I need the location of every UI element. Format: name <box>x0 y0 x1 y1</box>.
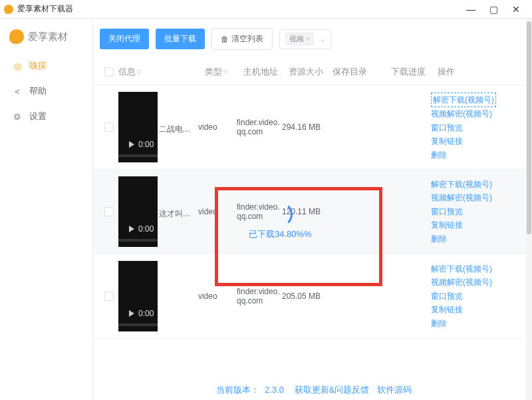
row-checkbox[interactable] <box>104 122 114 132</box>
video-thumbnail[interactable]: 0:00 <box>118 261 158 331</box>
op-video-decrypt[interactable]: 视频解密(视频号) <box>431 191 504 204</box>
table-row: 0:00 二战电影《逃兵行动》 video finder.video.qq.co… <box>93 85 532 170</box>
sort-icon: ▽ <box>223 69 228 75</box>
chevron-down-icon: ⌄ <box>320 35 325 43</box>
col-dir[interactable]: 保存目录 <box>332 66 391 78</box>
download-table: 信息▽ 类型▽ 主机地址 资源大小 保存目录 下载进度 操作 0:00 二战电影… <box>93 59 532 379</box>
table-header: 信息▽ 类型▽ 主机地址 资源大小 保存目录 下载进度 操作 <box>93 59 532 85</box>
progress-bar <box>118 323 158 326</box>
nav-sniff[interactable]: ◎ 嗅探 <box>0 53 92 79</box>
op-video-decrypt[interactable]: 视频解密(视频号) <box>431 107 504 120</box>
video-caption: 这才叫空战大片，精彩 <box>159 208 199 220</box>
row-checkbox[interactable] <box>104 292 114 301</box>
progress-bar <box>118 154 158 157</box>
select-all-checkbox[interactable] <box>104 67 114 77</box>
cell-type: video <box>198 122 237 132</box>
cell-host: finder.video.qq.com <box>237 287 282 305</box>
op-copy-link[interactable]: 复制链接 <box>431 303 504 316</box>
footer-update-link[interactable]: 获取更新&问题反馈 <box>295 385 370 395</box>
cell-ops: 解密下载(视频号) 视频解密(视频号) 窗口预览 复制链接 删除 <box>431 262 504 330</box>
cell-type: video <box>198 292 237 301</box>
op-decrypt-download[interactable]: 解密下载(视频号) <box>431 178 504 191</box>
window-title: 爱享素材下载器 <box>17 3 464 15</box>
cell-size: 120.11 MB <box>282 207 326 216</box>
table-row: 0:00 这才叫空战大片，精彩 video finder.video.qq.co… <box>93 170 532 254</box>
col-host[interactable]: 主机地址 <box>243 66 289 78</box>
titlebar: 爱享素材下载器 — ▢ ✕ <box>0 0 532 19</box>
brand-icon <box>9 29 24 44</box>
play-icon <box>129 310 134 317</box>
play-icon <box>129 141 134 148</box>
op-window-preview[interactable]: 窗口预览 <box>431 205 504 218</box>
maximize-button[interactable]: ▢ <box>487 3 500 16</box>
col-info[interactable]: 信息▽ <box>118 66 205 78</box>
close-proxy-button[interactable]: 关闭代理 <box>100 29 149 49</box>
nav-help[interactable]: < 帮助 <box>0 79 92 104</box>
video-thumbnail[interactable]: 0:00 <box>118 176 158 247</box>
main: 关闭代理 批量下载 🗑 清空列表 视频 × ⌄ 信息▽ 类型▽ 主机地址 资源大… <box>93 19 532 400</box>
minimize-button[interactable]: — <box>464 3 477 16</box>
op-decrypt-download[interactable]: 解密下载(视频号) <box>431 93 496 107</box>
table-row: 0:00 video finder.video.qq.com 205.05 MB… <box>93 254 532 339</box>
cell-host: finder.video.qq.com <box>237 202 282 221</box>
thumb-time: 0:00 <box>138 224 154 234</box>
video-thumbnail[interactable]: 0:00 <box>118 92 158 162</box>
nav-settings-label: 设置 <box>29 110 47 122</box>
video-caption: 二战电影《逃兵行动》 <box>159 124 199 135</box>
thumb-time: 0:00 <box>138 309 154 318</box>
nav-help-label: 帮助 <box>29 85 47 97</box>
op-delete[interactable]: 删除 <box>431 317 504 330</box>
op-video-decrypt[interactable]: 视频解密(视频号) <box>431 276 504 289</box>
close-button[interactable]: ✕ <box>509 3 523 16</box>
op-window-preview[interactable]: 窗口预览 <box>431 121 504 134</box>
progress-bar <box>118 239 158 242</box>
op-delete[interactable]: 删除 <box>431 232 504 246</box>
play-icon <box>129 226 134 232</box>
row-checkbox[interactable] <box>104 207 114 216</box>
footer-source-link[interactable]: 软件源码 <box>377 385 412 395</box>
cell-ops: 解密下载(视频号) 视频解密(视频号) 窗口预览 复制链接 删除 <box>431 93 504 162</box>
window-controls: — ▢ ✕ <box>464 3 528 16</box>
op-window-preview[interactable]: 窗口预览 <box>431 290 504 303</box>
trash-icon: 🗑 <box>221 35 229 44</box>
chip-remove-icon[interactable]: × <box>306 35 310 43</box>
col-type[interactable]: 类型▽ <box>205 66 243 78</box>
sidebar: 爱享素材 ◎ 嗅探 < 帮助 ⚙ 设置 <box>0 19 93 400</box>
batch-download-button[interactable]: 批量下载 <box>156 29 205 49</box>
cell-type: video <box>198 207 237 216</box>
op-decrypt-download[interactable]: 解密下载(视频号) <box>431 262 504 276</box>
sort-icon: ▽ <box>137 69 142 75</box>
cell-size: 205.05 MB <box>282 292 326 301</box>
cell-ops: 解密下载(视频号) 视频解密(视频号) 窗口预览 复制链接 删除 <box>431 178 504 246</box>
op-copy-link[interactable]: 复制链接 <box>431 134 504 148</box>
type-filter-select[interactable]: 视频 × ⌄ <box>279 29 331 49</box>
version-label: 当前版本：2.3.0 <box>213 385 287 395</box>
col-progress[interactable]: 下载进度 <box>391 66 438 78</box>
nav-sniff-label: 嗅探 <box>29 60 47 72</box>
filter-chip-label: 视频 <box>289 34 304 44</box>
cell-host: finder.video.qq.com <box>237 118 282 136</box>
op-delete[interactable]: 删除 <box>431 148 504 162</box>
filter-chip[interactable]: 视频 × <box>285 33 314 45</box>
brand-text: 爱享素材 <box>28 31 68 43</box>
op-copy-link[interactable]: 复制链接 <box>431 218 504 232</box>
radar-icon: ◎ <box>12 61 23 71</box>
thumb-time: 0:00 <box>138 140 154 149</box>
scrollbar-thumb[interactable] <box>527 21 531 234</box>
clear-list-label: 清空列表 <box>231 33 263 45</box>
nav-settings[interactable]: ⚙ 设置 <box>0 104 92 129</box>
gear-icon: ⚙ <box>12 111 23 122</box>
clear-list-button[interactable]: 🗑 清空列表 <box>211 28 273 50</box>
footer: 当前版本：2.3.0 获取更新&问题反馈 软件源码 <box>93 379 532 400</box>
app-icon <box>4 5 13 14</box>
share-icon: < <box>12 86 23 97</box>
vertical-scrollbar[interactable] <box>526 19 532 400</box>
col-ops[interactable]: 操作 <box>438 66 511 78</box>
brand: 爱享素材 <box>0 24 92 53</box>
toolbar: 关闭代理 批量下载 🗑 清空列表 视频 × ⌄ <box>93 19 532 59</box>
col-size[interactable]: 资源大小 <box>289 66 332 78</box>
cell-size: 294.16 MB <box>282 122 326 132</box>
